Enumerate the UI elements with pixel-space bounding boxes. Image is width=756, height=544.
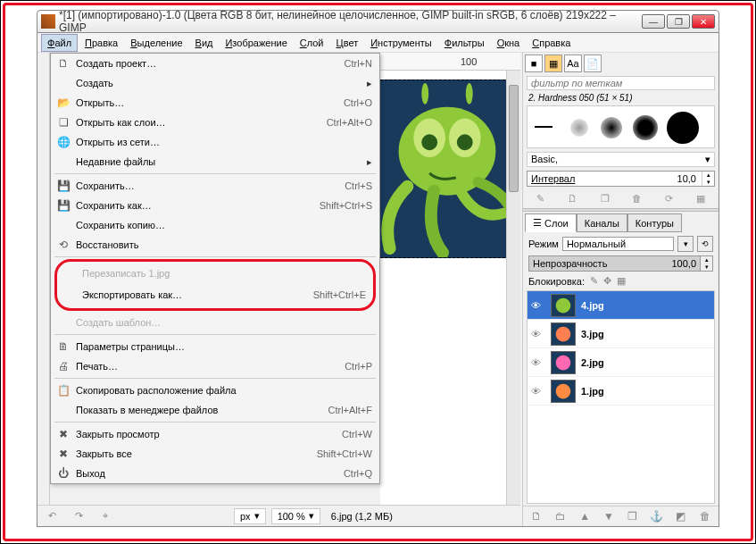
close-icon: ✖ [54,427,72,441]
visibility-icon[interactable]: 👁 [531,329,545,339]
ruler-horizontal: 100 200 [380,53,520,71]
menu-help[interactable]: Справка [527,35,576,51]
canvas-viewport[interactable] [380,71,520,505]
mode-reset-button[interactable]: ⟲ [697,236,713,252]
visibility-icon[interactable]: 👁 [531,386,545,397]
brush-tab-icon[interactable]: ■ [525,54,543,72]
layer-thumbnail [551,380,576,403]
mode-dropdown-button[interactable]: ▾ [677,236,694,252]
unit-select[interactable]: px▾ [234,508,266,524]
svg-point-10 [556,383,571,398]
menubar: Файл Правка Выделение Вид Изображение Сл… [37,33,719,53]
duplicate-layer-icon[interactable]: ❐ [625,509,641,523]
menu-create[interactable]: Создать▸ [51,73,379,93]
layer-item[interactable]: 👁 4.jpg [528,291,714,320]
menu-layer[interactable]: Слой [295,35,329,51]
menu-open[interactable]: 📂Открыть…Ctrl+O [51,93,379,113]
refresh-brush-icon[interactable]: ⟳ [660,190,677,206]
menu-color[interactable]: Цвет [331,35,364,51]
menu-tools[interactable]: Инструменты [365,35,437,51]
power-icon: ⏻ [54,466,72,481]
menu-file[interactable]: Файл [41,34,78,52]
menu-edit[interactable]: Правка [79,35,123,51]
octopus-image [380,80,520,257]
menu-close-all[interactable]: ✖Закрыть всеShift+Ctrl+W [51,444,379,464]
app-logo-icon [41,14,55,29]
mode-select[interactable]: Нормальный [562,237,674,251]
svg-point-6 [466,83,473,105]
menu-windows[interactable]: Окна [492,35,526,51]
zoom-select[interactable]: 100 %▾ [271,508,320,524]
layer-item[interactable]: 👁 1.jpg [528,377,714,406]
edit-brush-icon[interactable]: ✎ [532,190,550,206]
menu-create-template[interactable]: Создать шаблон… [51,313,379,332]
filter-input[interactable] [527,76,715,90]
menu-export-as[interactable]: Экспортировать как…Shift+Ctrl+E [57,285,373,305]
menu-recent[interactable]: Недавние файлы▸ [51,152,379,172]
tab-paths[interactable]: Контуры [627,213,682,232]
maximize-button[interactable]: ❐ [667,14,690,29]
new-brush-icon[interactable]: 🗋 [564,190,582,206]
layer-item[interactable]: 👁 2.jpg [528,348,714,377]
new-group-icon[interactable]: 🗀 [552,509,569,523]
menu-filters[interactable]: Фильтры [439,35,490,51]
menu-print[interactable]: 🖨Печать…Ctrl+P [51,356,379,376]
visibility-icon[interactable]: 👁 [531,300,545,311]
tab-layers[interactable]: ☰Слои [525,213,577,232]
open-as-image-icon[interactable]: ▦ [692,190,710,206]
menu-create-project[interactable]: 🗋Создать проект…Ctrl+N [51,54,379,73]
pointer-icon[interactable]: ⌖ [95,508,116,524]
lock-paint-icon[interactable]: ✎ [590,275,598,287]
lock-move-icon[interactable]: ✥ [603,275,611,287]
svg-point-9 [556,355,571,370]
lock-alpha-icon[interactable]: ▦ [617,275,626,287]
new-layer-icon[interactable]: 🗋 [528,509,544,523]
brush-group-select[interactable]: Basic,▾ [527,152,715,167]
delete-brush-icon[interactable]: 🗑 [627,190,645,206]
merge-layer-icon[interactable]: ⚓ [649,509,665,523]
menu-select[interactable]: Выделение [125,35,187,51]
visibility-icon[interactable]: 👁 [531,357,545,368]
interval-slider[interactable]: Интервал 10,0 ▴▾ [527,171,715,187]
layer-thumbnail [551,294,576,317]
menu-open-as-layers[interactable]: ❏Открыть как слои…Ctrl+Alt+O [51,113,379,132]
opacity-slider[interactable]: Непрозрачность 100,0 ▴▾ [528,255,713,272]
menu-save-copy[interactable]: Сохранить копию… [51,215,379,235]
menu-save[interactable]: 💾Сохранить…Ctrl+S [51,176,379,196]
lower-layer-icon[interactable]: ▼ [601,509,617,523]
layer-item[interactable]: 👁 3.jpg [528,320,714,348]
menu-quit[interactable]: ⏻ВыходCtrl+Q [51,464,379,483]
menu-image[interactable]: Изображение [220,35,292,51]
window-title: *[1] (импортировано)-1.0 (Цвета RGB 8 би… [59,9,642,34]
save-as-icon: 💾 [54,198,72,213]
minimize-button[interactable]: — [642,14,665,29]
close-button[interactable]: ✕ [692,14,715,29]
duplicate-brush-icon[interactable]: ❐ [596,190,614,206]
left-ruler [37,53,50,526]
menu-save-as[interactable]: 💾Сохранить как…Shift+Ctrl+S [51,196,379,215]
brush-preview[interactable] [527,105,715,148]
menu-open-from-net[interactable]: 🌐Открыть из сети… [51,132,379,152]
gradient-tab-icon[interactable]: ▦ [544,54,562,72]
font-tab-icon[interactable]: Aa [564,54,582,72]
undo-history-icon[interactable]: ↶ [41,508,62,524]
redo-icon[interactable]: ↷ [68,508,89,524]
scrollbar-vertical[interactable] [506,71,520,505]
page-icon: 🗎 [54,339,72,354]
history-tab-icon[interactable]: 📄 [584,54,602,72]
menu-overwrite[interactable]: Перезаписать 1.jpg [57,264,373,283]
menu-revert[interactable]: ⟲Восстановить [51,235,379,255]
delete-layer-icon[interactable]: 🗑 [697,509,713,523]
raise-layer-icon[interactable]: ▲ [577,509,593,523]
menu-page-setup[interactable]: 🗎Параметры страницы… [51,337,379,356]
mask-layer-icon[interactable]: ◩ [673,509,689,523]
scrollbar-thumb[interactable] [509,85,519,192]
menu-show-in-fm[interactable]: Показать в менеджере файловCtrl+Alt+F [51,400,379,420]
menu-close-view[interactable]: ✖Закрыть просмотрCtrl+W [51,424,379,444]
layer-thumbnail [551,351,576,374]
menu-copy-path[interactable]: 📋Скопировать расположение файла [51,381,379,400]
canvas-image[interactable] [380,80,520,258]
menu-view[interactable]: Вид [190,35,219,51]
tab-channels[interactable]: Каналы [577,213,627,232]
layer-name: 3.jpg [581,329,604,339]
